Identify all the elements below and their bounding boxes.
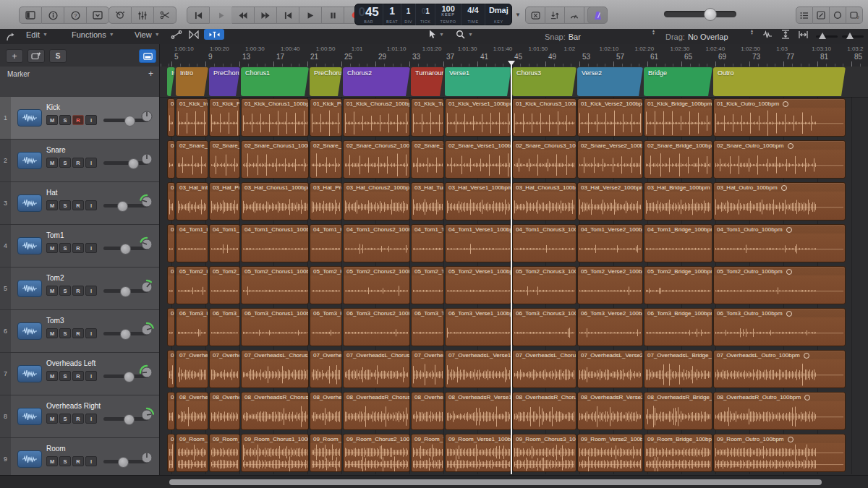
menu-edit[interactable]: Edit▼ [23, 29, 51, 40]
media-browser-icon[interactable]: ♪ [846, 7, 863, 24]
audio-region[interactable]: 09_Room_Verse1_100bpm [445, 434, 511, 472]
solo-button[interactable]: S [59, 115, 71, 125]
marker-ir[interactable]: Ir [167, 67, 175, 96]
audio-region[interactable]: 01_Kick_Turn [411, 98, 444, 137]
pause-icon[interactable] [322, 7, 344, 24]
mute-button[interactable]: M [46, 328, 58, 338]
pan-knob[interactable] [139, 322, 155, 341]
audio-region[interactable]: 06_Tom3_Outro_100bpm [713, 308, 846, 346]
duplicate-track-button[interactable] [27, 49, 45, 63]
track-name[interactable]: Tom3 [46, 317, 64, 325]
audio-region[interactable]: 05_Tom2_Pr [310, 266, 342, 304]
volume-knob[interactable] [118, 457, 129, 468]
audio-region[interactable]: 09_Room_Bridge_100bpm [644, 434, 712, 472]
audio-region[interactable]: 07_OverheadsL_Chorus3_10 [512, 350, 576, 388]
pan-knob[interactable] [139, 450, 155, 468]
track-header-overheads-right[interactable]: 8Overheads RightMSRI [0, 395, 159, 438]
audio-region[interactable]: 08_OverheadsR_Chorus3_1 [512, 392, 576, 430]
marker-verse2[interactable]: Verse2 [577, 67, 643, 96]
audio-region[interactable]: 06_Tom3_Pr [209, 308, 240, 346]
waveform-zoom-icon[interactable] [760, 29, 775, 40]
audio-region[interactable]: 02_Snare_Tu [411, 140, 444, 179]
input-monitor-button[interactable]: I [85, 115, 97, 125]
track-name[interactable]: Kick [46, 103, 60, 111]
track-name[interactable]: Room [46, 445, 66, 453]
pan-knob[interactable] [139, 407, 155, 426]
audio-region[interactable]: 03_Hat_Verse2_100bpm [577, 182, 643, 221]
pointer-tool-icon[interactable]: ▼ [425, 29, 447, 40]
record-enable-button[interactable]: R [72, 456, 84, 466]
audio-region[interactable]: 0 [167, 140, 175, 179]
audio-region[interactable]: 01_Kick_Intr [176, 98, 208, 137]
audio-region[interactable]: 05_Tom2_Outro_100bpm [713, 266, 846, 304]
menu-functions[interactable]: Functions▼ [69, 29, 117, 40]
volume-knob[interactable] [120, 329, 131, 340]
record-enable-button[interactable]: R [72, 286, 84, 296]
audio-region[interactable]: 04_Tom1_Chorus3_100bpm [512, 224, 576, 262]
smart-controls-icon[interactable] [109, 7, 132, 24]
metronome-icon[interactable] [587, 7, 608, 24]
lcd-chevron-icon[interactable]: ▼ [515, 12, 521, 18]
solo-button[interactable]: S [59, 328, 71, 338]
record-enable-button[interactable]: R [72, 371, 84, 381]
solo-button[interactable]: S [59, 243, 71, 253]
audio-region[interactable]: 05_Tom2_Pr [209, 266, 240, 304]
horizontal-fit-icon[interactable] [796, 29, 811, 40]
audio-region[interactable]: 09_Room_Tu [411, 434, 444, 472]
lcd-display[interactable]: 045 BAR 1 BEAT 1 DIV 01 TICK 100 KEEP TE… [354, 4, 512, 25]
track-name[interactable]: Tom1 [46, 231, 64, 239]
audio-region[interactable]: 06_Tom3_Int [176, 308, 208, 346]
audio-region[interactable]: 07_OverheadsL_Chorus1_10 [241, 350, 309, 388]
solo-tracks-button[interactable]: S [49, 49, 67, 63]
audio-region[interactable]: 08_Overhea [176, 392, 208, 430]
vertical-fit-icon[interactable] [778, 29, 793, 40]
audio-region[interactable]: 02_Snare_Int [176, 140, 208, 179]
record-enable-button[interactable]: R [72, 200, 84, 210]
audio-region[interactable]: 03_Hat_PreC [209, 182, 240, 221]
audio-region[interactable]: 07_Overhead [176, 350, 208, 388]
audio-region[interactable]: 03_Hat_Chorus2_100bpm [343, 182, 410, 221]
menu-view[interactable]: View▼ [132, 29, 163, 40]
automation-icon[interactable] [168, 29, 185, 40]
track-name[interactable]: Tom2 [46, 274, 64, 282]
audio-region[interactable]: 02_Snare_Verse1_100bpm [445, 140, 511, 179]
track-header-tom2[interactable]: 5Tom2MSRI [0, 267, 159, 310]
go-to-beginning-icon[interactable] [187, 7, 210, 24]
audio-region[interactable]: 09_Room_Outro_100bpm [713, 434, 846, 472]
marker-chorus1[interactable]: Chorus1 [241, 67, 309, 96]
solo-button[interactable]: S [59, 158, 71, 168]
audio-region[interactable]: 05_Tom2_Tur [411, 266, 444, 304]
list-editors-icon[interactable] [796, 7, 813, 24]
pan-knob[interactable] [139, 279, 155, 298]
audio-region[interactable]: 03_Hat_Outro_100bpm [713, 182, 846, 221]
audio-region[interactable]: 03_Hat_Intro [176, 182, 208, 221]
audio-region[interactable]: 08_Overhea [209, 392, 240, 430]
master-volume-slider[interactable] [664, 11, 736, 17]
audio-region[interactable]: 04_Tom1_Chorus2_100bpm [343, 224, 410, 262]
audio-region[interactable]: 05_Tom2_Chorus3_100bpm [512, 266, 576, 304]
pan-knob[interactable] [139, 364, 155, 383]
volume-knob[interactable] [128, 158, 139, 169]
volume-knob[interactable] [117, 201, 128, 212]
mute-button[interactable]: M [46, 371, 58, 381]
audio-region[interactable]: 04_Tom1_Verse2_100bpm [577, 224, 643, 262]
audio-region[interactable]: 08_OverheadsR_Chorus2_1 [343, 392, 410, 430]
audio-region[interactable]: 09_Room_Verse2_100bpm [577, 434, 643, 472]
track-display-button[interactable] [139, 49, 156, 63]
audio-region[interactable]: 04_Tom1_Chorus1_100bpm [241, 224, 309, 262]
mute-button[interactable]: M [46, 286, 58, 296]
record-enable-button[interactable]: R [72, 115, 84, 125]
catch-playhead-icon[interactable] [204, 29, 224, 40]
audio-region[interactable]: 07_Overhead [209, 350, 240, 388]
solo-button[interactable]: S [59, 371, 71, 381]
pan-knob[interactable] [139, 194, 155, 213]
audio-region[interactable]: 06_Tom3_Verse2_100bpm [577, 308, 643, 346]
master-volume-knob[interactable] [704, 8, 717, 21]
audio-region[interactable]: 08_Overhea [310, 392, 342, 430]
audio-region[interactable]: 0 [167, 224, 175, 262]
audio-region[interactable]: 02_Snare_Pr [310, 140, 342, 179]
audio-region[interactable]: 07 [167, 350, 175, 388]
audio-region[interactable]: 07_OverheadsL_Bridge_100 [644, 350, 712, 388]
audio-region[interactable]: 05_Tom2_Verse1_100bpm [445, 266, 511, 304]
marker-prechorus[interactable]: PreChorus [310, 67, 342, 96]
